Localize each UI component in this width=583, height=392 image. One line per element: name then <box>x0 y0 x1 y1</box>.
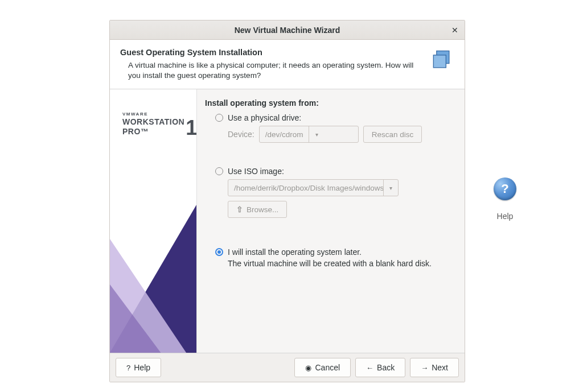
brand-line2: WORKSTATION <box>122 117 184 127</box>
wizard-body: VMWARE WORKSTATION PRO™ 16 Install opera… <box>110 89 465 353</box>
radio-iso[interactable]: Use ISO image: <box>215 167 458 176</box>
back-label: Back <box>377 363 395 372</box>
rescan-label: Rescan disc <box>372 130 414 139</box>
iso-path-value: /home/derrik/Dropbox/Disk Images/windows… <box>228 180 383 196</box>
radio-icon <box>215 167 223 175</box>
radio-label: I will install the operating system late… <box>228 247 362 257</box>
device-value: /dev/cdrom <box>260 126 309 142</box>
back-button[interactable]: ← Back <box>355 358 405 377</box>
wizard-header-text: Guest Operating System Installation A vi… <box>120 48 422 81</box>
chevron-down-icon: ▾ <box>383 180 398 196</box>
radio-label: Use ISO image: <box>228 167 284 176</box>
install-media-icon <box>429 48 454 75</box>
browse-label: Browse... <box>247 205 278 214</box>
brand-wedges-icon <box>110 205 196 353</box>
cancel-button[interactable]: ◉ Cancel <box>294 358 351 377</box>
help-orb-icon: ? <box>494 178 516 200</box>
window-title: New Virtual Machine Wizard <box>235 26 340 35</box>
arrow-left-icon: ← <box>366 364 373 372</box>
radio-label: Use a physical drive: <box>228 113 301 122</box>
option-iso: Use ISO image: /home/derrik/Dropbox/Disk… <box>215 167 458 218</box>
help-icon: ? <box>126 364 130 372</box>
wizard-dialog: New Virtual Machine Wizard ✕ Guest Opera… <box>109 20 465 382</box>
radio-later[interactable]: I will install the operating system late… <box>215 247 458 257</box>
radio-icon <box>215 248 223 256</box>
brand-line3: PRO™ <box>122 127 184 137</box>
next-label: Next <box>432 363 448 372</box>
chevron-down-icon: ▾ <box>309 126 325 142</box>
rescan-button[interactable]: Rescan disc <box>363 126 422 143</box>
help-label: Help <box>134 363 150 372</box>
close-icon: ✕ <box>451 26 458 35</box>
browse-button[interactable]: ⇧ Browse... <box>228 201 287 218</box>
brand-version: 16 <box>186 116 197 140</box>
option-later: I will install the operating system late… <box>215 247 458 268</box>
radio-physical[interactable]: Use a physical drive: <box>215 113 458 122</box>
wizard-description: A virtual machine is like a physical com… <box>120 60 422 81</box>
install-from-heading: Install operating system from: <box>205 98 458 108</box>
desktop-help-widget[interactable]: ? Help <box>488 178 522 221</box>
svg-rect-1 <box>433 55 446 68</box>
brand-line1: VMWARE <box>122 112 184 117</box>
wizard-heading: Guest Operating System Installation <box>120 48 422 57</box>
wizard-footer: ? Help ◉ Cancel ← Back → Next <box>110 353 465 382</box>
cancel-icon: ◉ <box>305 364 311 372</box>
option-later-desc: The virtual machine will be created with… <box>228 259 458 268</box>
sidebar-branding: VMWARE WORKSTATION PRO™ 16 <box>110 89 197 353</box>
wizard-header: Guest Operating System Installation A vi… <box>110 40 465 89</box>
titlebar: New Virtual Machine Wizard ✕ <box>110 20 465 40</box>
help-button[interactable]: ? Help <box>116 358 161 377</box>
close-button[interactable]: ✕ <box>449 24 461 36</box>
iso-path-combo[interactable]: /home/derrik/Dropbox/Disk Images/windows… <box>228 179 399 196</box>
device-label: Device: <box>228 130 254 139</box>
device-combo[interactable]: /dev/cdrom ▾ <box>259 126 359 143</box>
cancel-label: Cancel <box>315 363 340 372</box>
option-physical: Use a physical drive: Device: /dev/cdrom… <box>215 113 458 143</box>
next-button[interactable]: → Next <box>410 358 459 377</box>
arrow-right-icon: → <box>421 364 428 372</box>
upload-icon: ⇧ <box>236 205 243 214</box>
wizard-content: Install operating system from: Use a phy… <box>197 89 465 353</box>
desktop-help-label: Help <box>488 212 522 221</box>
radio-icon <box>215 114 223 122</box>
brand-block: VMWARE WORKSTATION PRO™ 16 <box>122 108 184 136</box>
